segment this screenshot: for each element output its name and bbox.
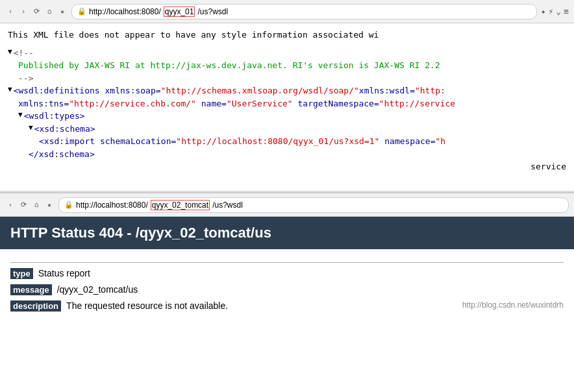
address-bar-2[interactable]: 🔒 http://localhost:8080/qyyx_02_tomcat/u… [58,197,569,213]
description-label: description [10,300,61,312]
bookmark-button-2[interactable]: ★ [44,200,55,210]
back-button-2[interactable]: ‹ [5,200,16,210]
xml-tns-name: xmlns:tns= [18,99,69,108]
forward-button[interactable]: › [18,6,29,17]
toggle-arrow-types[interactable]: ▼ [18,110,23,121]
url-suffix-2: /us?wsdl [212,201,243,210]
xml-name-attr: name= [196,99,227,108]
xml-def-name: wsdl:definitions xmlns:soap= [18,84,160,97]
description-value: The requested resource is not available. [66,300,228,311]
xml-schema-close-line: </xsd:schema> [29,148,566,161]
xml-schema-close: </xsd:schema> [29,149,95,159]
xml-name-val: "UserService" [227,99,293,108]
xml-ns-val: "h [436,136,446,146]
url-prefix-2: http://localhost:8080/ [76,201,148,210]
service-text: service [530,160,566,173]
xml-def-wsdl-val: "http: [415,84,445,97]
http-title-bar: HTTP Status 404 - /qyyx_02_tomcat/us [0,217,574,249]
message-label: message [10,284,52,295]
toggle-arrow-schema[interactable]: ▼ [29,123,33,134]
toggle-arrow-comment[interactable]: ▼ [8,47,12,58]
lock-icon-1: 🔒 [77,7,86,16]
message-value: /qyyx_02_tomcat/us [57,284,138,295]
toggle-arrow-definitions[interactable]: ▼ [8,84,12,95]
bookmark-button[interactable]: ★ [57,6,68,17]
chevron-down-icon[interactable]: ⌄ [556,6,561,16]
xml-import-val: "http://localhost:8080/qyyx_01/us?xsd=1" [176,136,379,146]
xml-xmlns-tns: xmlns:tns="http://service.chb.com/" name… [18,97,566,110]
http-body: type Status report message /qyyx_02_tomc… [0,249,574,325]
back-button[interactable]: ‹ [5,6,16,17]
page-content-1: This XML file does not appear to have an… [0,23,574,192]
xml-tns-val: "http://service.chb.com/" [69,99,196,108]
xml-target-val: "http://service [379,99,455,108]
type-label: type [10,268,33,279]
url-suffix-1: /us?wsdl [197,7,228,16]
reload-button[interactable]: ⟳ [31,6,42,17]
xml-schema-tag: <xsd:schema> [34,123,95,136]
notice-text: This XML file does not appear to have an… [8,29,566,42]
xml-definitions-line: ▼ <wsdl:definitions xmlns:soap="http://s… [8,84,566,97]
lock-icon-2: 🔒 [64,201,73,209]
browser-controls-2: ‹ ⟳ ⌂ ★ [5,200,55,210]
menu-icon[interactable]: ≡ [564,6,569,16]
lightning-icon[interactable]: ⚡ [549,6,554,16]
url-highlighted-2: qyyx_02_tomcat [151,200,210,210]
reload-button-2[interactable]: ⟳ [18,200,29,210]
divider-1 [10,262,564,263]
xml-types-tag: <wsdl:types> [24,110,85,123]
page-404: HTTP Status 404 - /qyyx_02_tomcat/us typ… [0,217,574,325]
home-button-2[interactable]: ⌂ [31,200,42,210]
browser-window-2: ‹ ⟳ ⌂ ★ 🔒 http://localhost:8080/qyyx_02_… [0,193,574,325]
type-value: Status report [38,268,90,278]
xml-import-tag: <xsd:import schemaLocation= [39,136,176,146]
service-area: service [8,160,566,173]
http-message-row: message /qyyx_02_tomcat/us [10,284,564,295]
xml-ns-attr: namespace= [379,136,435,146]
xml-comment-block: ▼ <!-- [8,47,566,60]
xml-published-line: Published by JAX-WS RI at http://jax-ws.… [18,59,566,72]
browser-window-1: ‹ › ⟳ ⌂ ★ 🔒 http://localhost:8080/qyyx_0… [0,0,574,192]
xml-schema-line: ▼ <xsd:schema> [29,123,566,136]
xml-comment-open: <!-- [14,47,34,60]
xml-comment-end: --> [18,73,33,83]
browser-chrome-1: ‹ › ⟳ ⌂ ★ 🔒 http://localhost:8080/qyyx_0… [0,0,574,23]
home-button[interactable]: ⌂ [44,6,55,17]
footer-url: http://blog.csdn.net/wuxintdrh [462,300,564,310]
xml-published-text: Published by JAX-WS RI at http://jax-ws.… [18,60,440,70]
http-type-row: type Status report [10,268,564,279]
url-highlighted-1: qyyx_01 [164,6,195,17]
http-description-row: description The requested resource is no… [10,300,564,312]
extensions-icon[interactable]: ✦ [541,6,546,16]
xml-def-soap: "http://schemas.xmlsoap.org/wsdl/soap/" [161,84,359,97]
url-prefix-1: http://localhost:8080/ [89,7,161,16]
browser-chrome-2: ‹ ⟳ ⌂ ★ 🔒 http://localhost:8080/qyyx_02_… [0,193,574,217]
xml-types-line: ▼ <wsdl:types> [18,110,566,123]
address-bar-1[interactable]: 🔒 http://localhost:8080/qyyx_01/us?wsdl [71,4,537,19]
xml-def-wsdl: xmlns:wsdl= [359,84,415,97]
xml-comment-close: --> [18,72,566,85]
xml-target-attr: targetNamespace= [293,99,379,108]
xml-import-line: <xsd:import schemaLocation="http://local… [39,135,566,148]
xml-definitions-tag: < [14,84,19,97]
browser-actions-1: ✦ ⚡ ⌄ ≡ [541,6,569,16]
browser-controls-1: ‹ › ⟳ ⌂ ★ [5,6,68,17]
